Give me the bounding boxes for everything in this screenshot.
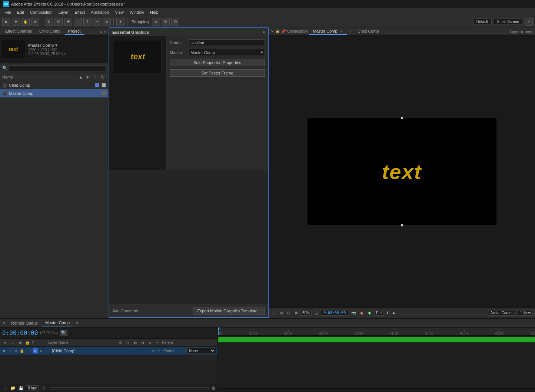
tl-expand-1[interactable]: ▶ (39, 348, 44, 353)
toolbar-brush[interactable]: ✏ (93, 18, 101, 26)
toolbar-anchor[interactable]: ✤ (64, 18, 72, 26)
tab-effect-controls[interactable]: Effect Controls (2, 28, 35, 35)
comp-lock-icon[interactable]: 🔒 (275, 29, 280, 33)
toolbar: ▶ ✱ ✋ ⊕ ↻ ⊡ ✤ □ T ✏ ⊗ ✦ Snapping ◈ ⊞ ⊟ D… (0, 16, 535, 27)
workspace-small-screen[interactable]: Small Screen (494, 19, 522, 25)
tl-motion-blur-1[interactable]: ⊛ (152, 349, 157, 353)
search-input[interactable] (9, 65, 106, 71)
timeline-close[interactable]: ✕ (2, 321, 5, 325)
toolbar-shape[interactable]: □ (74, 18, 82, 26)
toolbar-pen[interactable]: ✱ (12, 18, 20, 26)
timeline-h-scroll[interactable] (218, 388, 535, 392)
comp-snap-icon[interactable]: 📌 (281, 29, 286, 33)
sort-icon[interactable]: ▲ (78, 75, 84, 79)
toolbar-camera[interactable]: ⊡ (54, 18, 63, 26)
comp-quality-select[interactable]: Full (374, 310, 384, 316)
toolbar-select[interactable]: ▶ (2, 18, 10, 26)
tl-trash-icon[interactable]: 🗑 (212, 386, 216, 391)
eg-properties: Name: Master: Master Comp ▾ Solo Support… (167, 36, 268, 170)
preview-duration: Δ 0:03:00:00, 25.00 fps (28, 52, 107, 56)
menu-view[interactable]: View (112, 9, 127, 15)
solo-supported-btn[interactable]: Solo Supported Properties (170, 59, 265, 66)
left-panel-menu[interactable]: ≡ (100, 29, 102, 34)
tl-render-icon[interactable]: ⬡ (40, 385, 47, 392)
tl-save-icon[interactable]: 💾 (18, 385, 24, 392)
tab-master-comp-timeline[interactable]: Master Comp (42, 320, 73, 326)
toolbar-stamp[interactable]: ⊗ (103, 18, 111, 26)
tab-child-comp[interactable]: Child Comp (36, 28, 63, 35)
menu-animation[interactable]: Animation (88, 9, 112, 15)
tl-graph-editor[interactable] (50, 387, 209, 389)
comp-camera-select[interactable]: Active Camera (489, 310, 517, 316)
comp-close-icon[interactable]: ✕ (271, 29, 274, 33)
left-panel-expand[interactable]: » (104, 29, 106, 34)
comp-zoom-select[interactable]: 50% (300, 310, 312, 316)
tl-parent-select-1[interactable]: None (186, 348, 216, 354)
comp-ctrl-guides[interactable]: ⊟ (286, 310, 292, 315)
comp-preview-btn[interactable]: ▶ (391, 310, 397, 315)
tl-sub-expand-1[interactable]: ▷ (44, 348, 50, 353)
comp-timecode[interactable]: 0:00:00:00 (321, 310, 348, 316)
toolbar-zoom[interactable]: ⊕ (31, 18, 39, 26)
tl-compose-icon[interactable]: ⊡ (1, 385, 8, 392)
handle-top-center[interactable] (401, 117, 403, 119)
comp-fit-btn[interactable]: ◱ (313, 310, 319, 315)
toolbar-snap3[interactable]: ⊟ (171, 18, 179, 26)
tab-project[interactable]: Project (65, 28, 83, 35)
tl-layer-row-1[interactable]: ● ◁ ◉ 🔓 1 C ▶ ▷ [Child Comp] ⊛ ✏ Parent … (0, 347, 217, 355)
toolbar-text-t[interactable]: T (83, 18, 92, 26)
tl-playhead[interactable] (218, 328, 219, 335)
comp-ctrl-safe[interactable]: ⊠ (293, 310, 299, 315)
comp-ctrl-grid[interactable]: ⊞ (278, 310, 284, 315)
export-motion-graphics-btn[interactable]: Export Motion Graphics Template... (193, 307, 265, 315)
menu-help[interactable]: Help (147, 9, 162, 15)
preview-comp-name[interactable]: Master Comp ▾ (28, 43, 107, 48)
comp-ctrl-snap[interactable]: ⊡ (271, 310, 277, 315)
list-item-master-comp[interactable]: ⬛ Master Comp (0, 89, 108, 97)
comp-camera-icon[interactable]: 📷 (350, 310, 357, 315)
tl-folder-icon[interactable]: 📁 (10, 385, 16, 392)
toolbar-hand[interactable]: ✋ (21, 18, 30, 26)
tl-timecode[interactable]: 0:00:00:00 (2, 329, 38, 336)
comp-info-btn[interactable]: ℹ (385, 310, 390, 315)
tab-master-comp[interactable]: Master Comp ✕ (309, 28, 347, 35)
list-item-child-comp[interactable]: ⬛ Child Comp (0, 81, 108, 89)
toolbar-rotate[interactable]: ↻ (45, 18, 53, 26)
tl-lock-1[interactable]: 🔓 (19, 348, 24, 353)
add-comment-btn[interactable]: Add Comment (112, 309, 190, 313)
eg-menu-icon[interactable]: ≡ (263, 30, 265, 34)
tl-pen-1[interactable]: ✏ (157, 349, 163, 353)
timeline-menu-icon[interactable]: ≡ (76, 321, 78, 325)
tl-bottom-controls: ⊡ 📁 💾 8 bpc ⬡ 🗑 (0, 384, 217, 392)
menu-layer[interactable]: Layer (56, 9, 72, 15)
tl-search-btn[interactable]: 🔍 (60, 330, 67, 336)
menu-edit[interactable]: Edit (14, 9, 27, 15)
name-input[interactable] (189, 39, 265, 46)
toolbar-snap2[interactable]: ⊞ (162, 18, 170, 26)
menu-effect[interactable]: Effect (72, 9, 88, 15)
comp-canvas: text (308, 118, 496, 225)
tl-motion-blur-header: ⊛ (117, 340, 123, 346)
handle-bottom-center[interactable] (401, 224, 403, 226)
tl-visibility-1[interactable]: ● (1, 348, 7, 353)
tab-child-comp-viewer[interactable]: Child Comp (354, 28, 382, 35)
preview-text: text (9, 46, 18, 52)
tl-bpc-val[interactable]: 8 bpc (26, 385, 39, 391)
track-bar-1[interactable] (218, 337, 535, 342)
tl-audio-1[interactable]: ◁ (7, 348, 13, 353)
workspace-default[interactable]: Default (473, 19, 492, 25)
master-select[interactable]: Master Comp ▾ (189, 49, 265, 56)
toolbar-workspace-more[interactable]: » (525, 18, 533, 26)
tl-solo-1[interactable]: ◉ (13, 348, 19, 353)
toolbar-puppet[interactable]: ✦ (116, 18, 124, 26)
comp-color2[interactable]: ◉ (366, 310, 373, 315)
comp-views-select[interactable]: 1 View (518, 310, 533, 316)
toolbar-magnet[interactable]: ◈ (152, 18, 160, 26)
set-poster-frame-btn[interactable]: Set Poster Frame (170, 69, 265, 77)
menu-file[interactable]: File (1, 9, 14, 15)
master-comp-close[interactable]: ✕ (340, 30, 343, 33)
menu-window[interactable]: Window (127, 9, 147, 15)
menu-composition[interactable]: Composition (27, 9, 56, 15)
comp-color1[interactable]: ◉ (359, 310, 365, 315)
tab-render-queue[interactable]: Render Queue (8, 320, 41, 326)
